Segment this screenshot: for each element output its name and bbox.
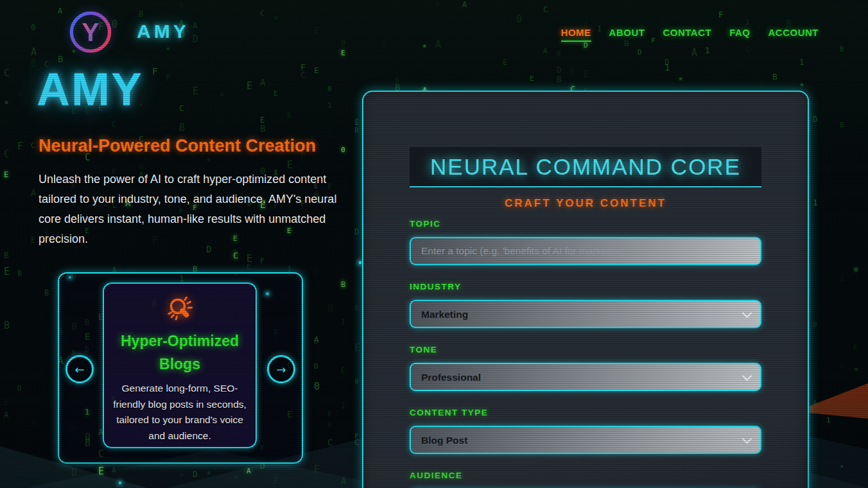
brand-logo-icon[interactable]: Y [66, 8, 115, 57]
tone-field-group: TONE Professional [410, 345, 761, 391]
topic-field-group: TOPIC [410, 219, 761, 265]
panel-title-strip: NEURAL COMMAND CORE [410, 147, 761, 187]
carousel-next-button[interactable]: → [267, 355, 295, 383]
glow-dot [119, 482, 121, 484]
brand-name[interactable]: AMY [137, 21, 189, 42]
feature-card-title: Hyper-Optimized Blogs [104, 329, 256, 376]
topic-input[interactable] [410, 237, 761, 265]
arrow-right-icon: → [276, 363, 286, 376]
nav-item-faq[interactable]: FAQ [729, 27, 750, 38]
audience-label: AUDIENCE [410, 471, 761, 480]
nav-item-contact[interactable]: CONTACT [663, 27, 711, 38]
content-type-field-group: CONTENT TYPE Blog Post [410, 408, 761, 454]
nav-item-home[interactable]: HOME [561, 27, 591, 42]
nav-item-about[interactable]: ABOUT [609, 27, 645, 38]
page-subtitle: Neural-Powered Content Creation [39, 136, 316, 156]
carousel-prev-button[interactable]: ← [65, 355, 94, 383]
feature-carousel: Hyper-Optimized Blogs Generate long-form… [58, 272, 303, 464]
hero-description: Unleash the power of AI to craft hyper-o… [39, 170, 352, 249]
audience-field-group: AUDIENCE [410, 471, 761, 488]
arrow-left-icon: ← [74, 363, 84, 376]
panel-subtitle: CRAFT YOUR CONTENT [410, 197, 761, 210]
industry-label: INDUSTRY [410, 282, 761, 292]
industry-select[interactable]: Marketing [410, 300, 761, 328]
nav-item-account[interactable]: ACCOUNT [768, 27, 819, 38]
content-type-select[interactable]: Blog Post [410, 426, 761, 454]
command-core-panel: NEURAL COMMAND CORE CRAFT YOUR CONTENT T… [362, 91, 809, 488]
panel-title: NEURAL COMMAND CORE [430, 154, 741, 179]
topic-label: TOPIC [410, 219, 761, 229]
feature-card: Hyper-Optimized Blogs Generate long-form… [103, 283, 257, 448]
main-nav: HOME ABOUT CONTACT FAQ ACCOUNT [561, 27, 819, 42]
tone-label: TONE [410, 345, 761, 354]
feature-card-description: Generate long-form, SEO-friendly blog po… [104, 376, 256, 444]
page-title: AMY [37, 63, 143, 116]
tone-select[interactable]: Professional [410, 363, 761, 391]
page: D★DDC☆F0E★EC0ADBCCEE★☆EFBC000E0EBFA00BE1… [0, 0, 868, 488]
logo-letter: Y [82, 17, 99, 47]
content-type-label: CONTENT TYPE [410, 408, 761, 417]
glow-dot [359, 261, 361, 264]
industry-field-group: INDUSTRY Marketing [410, 282, 761, 328]
lightbulb-icon [164, 292, 195, 323]
